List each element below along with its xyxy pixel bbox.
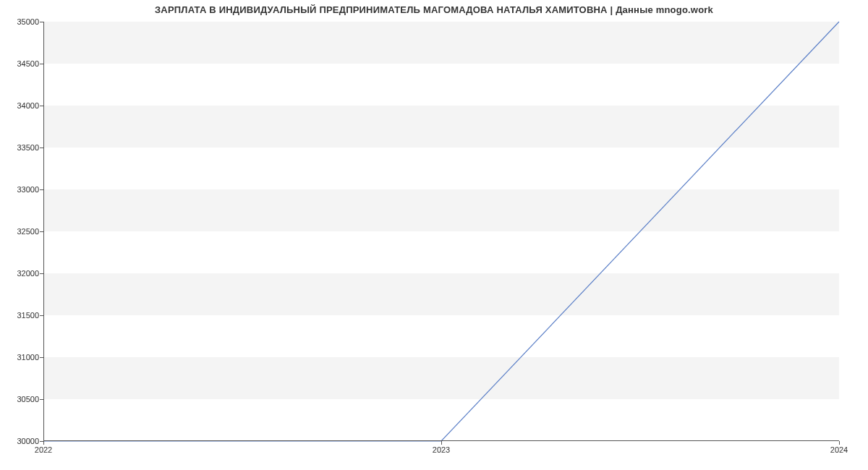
y-tick-mark <box>40 315 43 316</box>
chart-container: ЗАРПЛАТА В ИНДИВИДУАЛЬНЫЙ ПРЕДПРИНИМАТЕЛ… <box>0 0 868 470</box>
y-tick-mark <box>40 64 43 64</box>
y-tick-label: 32500 <box>3 227 39 236</box>
y-tick-label: 30500 <box>3 395 39 403</box>
y-tick-label: 34000 <box>3 101 39 110</box>
chart-title: ЗАРПЛАТА В ИНДИВИДУАЛЬНЫЙ ПРЕДПРИНИМАТЕЛ… <box>0 4 868 15</box>
y-axis-line <box>43 22 44 441</box>
x-tick-label: 2022 <box>35 445 52 454</box>
x-tick-mark <box>441 441 442 445</box>
line-series <box>43 22 839 441</box>
y-tick-mark <box>40 106 43 106</box>
y-tick-label: 31500 <box>3 311 39 320</box>
y-tick-mark <box>40 148 43 148</box>
plot-area <box>43 22 839 441</box>
x-tick-label: 2023 <box>433 445 450 454</box>
x-tick-label: 2024 <box>830 445 848 454</box>
y-tick-mark <box>40 273 43 274</box>
y-tick-label: 30000 <box>3 437 39 445</box>
y-tick-label: 31000 <box>3 353 39 362</box>
y-tick-label: 32000 <box>3 269 39 278</box>
y-tick-label: 35000 <box>3 17 39 26</box>
x-tick-mark <box>839 441 840 445</box>
y-tick-label: 33000 <box>3 185 39 194</box>
y-tick-label: 33500 <box>3 143 39 152</box>
x-tick-mark <box>43 441 44 445</box>
y-tick-mark <box>40 22 43 22</box>
y-tick-mark <box>40 399 43 400</box>
y-tick-mark <box>40 357 43 358</box>
y-tick-mark <box>40 231 43 232</box>
y-tick-label: 34500 <box>3 59 39 68</box>
y-tick-mark <box>40 189 43 190</box>
